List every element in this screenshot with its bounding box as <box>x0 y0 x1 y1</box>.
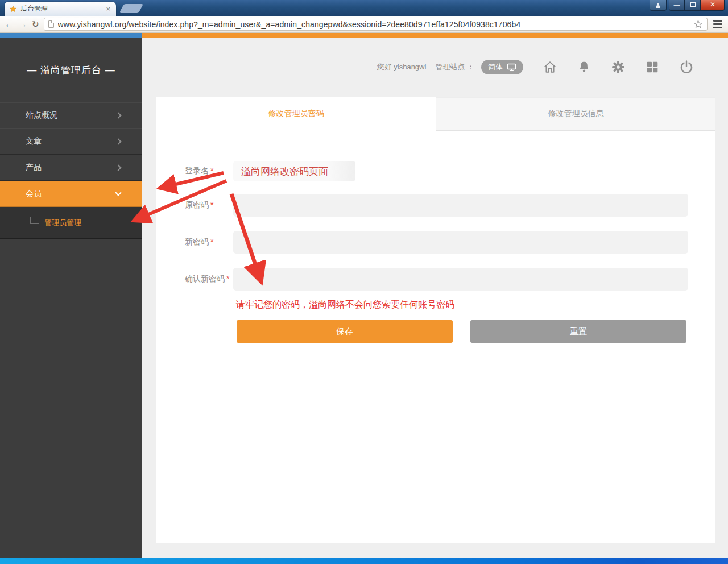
old-password-input[interactable] <box>233 194 688 217</box>
confirm-password-input[interactable] <box>233 268 688 291</box>
url-bar[interactable]: www.yishangwl.org/website/index.php?_m=a… <box>44 18 708 31</box>
language-pill-button[interactable]: 简体 <box>481 60 523 74</box>
login-name-label: 登录名* <box>185 166 233 176</box>
sidebar-item-products[interactable]: 产品 <box>0 155 142 181</box>
tree-branch-icon <box>30 217 39 224</box>
minimize-button[interactable]: — <box>669 0 685 11</box>
url-text[interactable]: www.yishangwl.org/website/index.php?_m=a… <box>58 20 689 29</box>
tab-close-icon[interactable]: × <box>105 5 111 13</box>
form-row-confirm-password: 确认新密码* <box>185 268 715 291</box>
forward-button[interactable]: → <box>18 20 27 29</box>
sidebar: — 溢尚管理后台 — 站点概况 文章 产品 会员 管理员管理 <box>0 38 142 558</box>
grid-icon[interactable] <box>645 60 660 74</box>
change-password-form: 登录名* 溢尚网络改密码页面 原密码* 新密码* <box>156 131 715 343</box>
greeting-text: 您好 yishangwl <box>377 62 427 72</box>
annotation-text: 溢尚网络改密码页面 <box>241 165 328 178</box>
old-password-label: 原密码* <box>185 200 233 210</box>
sidebar-subitem-admin-management[interactable]: 管理员管理 <box>0 207 142 239</box>
page-doc-icon <box>48 20 54 28</box>
chevron-down-icon <box>115 189 121 196</box>
browser-menu-icon[interactable] <box>712 19 723 30</box>
form-row-old-password: 原密码* <box>185 194 715 217</box>
home-icon[interactable] <box>543 60 557 74</box>
card-tabs: 修改管理员密码 修改管理员信息 <box>156 97 715 131</box>
new-password-label: 新密码* <box>185 237 233 247</box>
close-window-button[interactable]: ✕ <box>701 0 725 11</box>
person-icon <box>656 3 660 8</box>
required-mark: * <box>210 166 213 175</box>
browser-toolbar: ← → ↻ www.yishangwl.org/website/index.ph… <box>0 16 728 33</box>
chevron-right-icon <box>115 112 121 118</box>
admin-topbar: 您好 yishangwl 管理站点 ： 简体 <box>142 38 728 97</box>
maximize-button[interactable] <box>685 0 701 11</box>
confirm-password-label: 确认新密码* <box>185 274 233 284</box>
language-label: 简体 <box>488 62 503 72</box>
content-top-strip <box>142 33 728 38</box>
required-mark: * <box>226 274 229 283</box>
gear-icon[interactable] <box>611 60 626 74</box>
required-mark: * <box>210 237 213 246</box>
sidebar-item-members[interactable]: 会员 <box>0 181 142 207</box>
chevron-right-icon <box>115 138 121 144</box>
required-mark: * <box>210 200 213 209</box>
bottom-blue-strip <box>0 558 728 564</box>
bell-icon[interactable] <box>577 60 592 74</box>
reload-button[interactable]: ↻ <box>32 20 39 28</box>
sidebar-top-strip <box>0 33 142 38</box>
login-name-input[interactable]: 溢尚网络改密码页面 <box>233 161 355 181</box>
tab-change-password[interactable]: 修改管理员密码 <box>156 97 436 131</box>
profile-button[interactable] <box>650 0 667 11</box>
form-buttons: 保存 重置 <box>237 320 715 343</box>
browser-tab[interactable]: 后台管理 × <box>5 2 116 16</box>
manage-site-label: 管理站点 ： <box>435 62 474 72</box>
reset-button[interactable]: 重置 <box>470 320 686 343</box>
chevron-right-icon <box>115 164 121 171</box>
admin-card: 修改管理员密码 修改管理员信息 登录名* 溢尚网络改密码页面 原密码* <box>156 97 715 543</box>
form-row-login-name: 登录名* 溢尚网络改密码页面 <box>185 161 715 181</box>
browser-titlebar: 后台管理 × — ✕ <box>0 0 728 16</box>
tab-title: 后台管理 <box>20 4 101 14</box>
sidebar-item-site-overview[interactable]: 站点概况 <box>0 102 142 128</box>
back-button[interactable]: ← <box>5 20 14 29</box>
monitor-icon <box>507 63 516 72</box>
sidebar-item-articles[interactable]: 文章 <box>0 128 142 155</box>
main-content: 您好 yishangwl 管理站点 ： 简体 <box>142 38 728 558</box>
save-button[interactable]: 保存 <box>237 320 453 343</box>
password-warning-text: 请牢记您的密码，溢尚网络不会问您索要任何账号密码 <box>236 299 715 311</box>
power-icon[interactable] <box>679 60 694 74</box>
bookmark-star-icon[interactable] <box>693 19 703 29</box>
new-password-input[interactable] <box>233 231 688 254</box>
favicon-star-icon <box>9 5 17 13</box>
form-row-new-password: 新密码* <box>185 231 715 254</box>
tab-change-info[interactable]: 修改管理员信息 <box>436 97 715 131</box>
new-tab-button[interactable] <box>119 4 143 13</box>
sidebar-title: — 溢尚管理后台 — <box>0 38 142 102</box>
